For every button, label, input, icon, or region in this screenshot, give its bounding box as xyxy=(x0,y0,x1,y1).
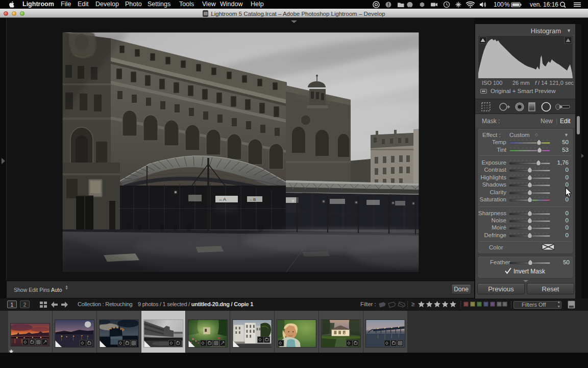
svg-text:←A: ←A xyxy=(218,197,226,202)
svg-text:ven. 16:16: ven. 16:16 xyxy=(530,1,558,8)
svg-text:100 %: 100 % xyxy=(494,1,510,8)
svg-text:←B: ←B xyxy=(249,197,256,202)
